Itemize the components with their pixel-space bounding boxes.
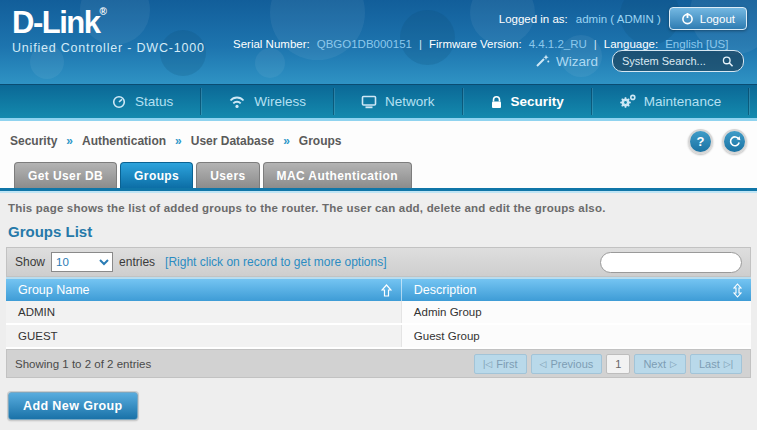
serial-value: QBGO1DB000151 [317,38,412,50]
separator: | [419,38,422,50]
device-info-row: Serial Number: QBGO1DB000151 | Firmware … [233,38,728,50]
nav-item-maintenance[interactable]: Maintenance [592,85,748,118]
tab-users[interactable]: Users [196,162,259,188]
nav-item-network[interactable]: Network [334,85,462,118]
firmware-label: Firmware Version: [429,38,522,50]
breadcrumb-separator: » [66,134,73,148]
nav-label: Security [511,94,564,109]
tab-bar: Get User DB Groups Users MAC Authenticat… [0,161,757,188]
serial-label: Serial Number: [233,38,310,50]
tab-get-user-db[interactable]: Get User DB [14,162,117,188]
system-search-input[interactable] [622,55,722,67]
previous-label: Previous [550,358,593,370]
table-search-input[interactable] [609,256,751,268]
previous-page-button[interactable]: ◁ Previous [531,354,603,374]
dlink-logo: D-Link® Unified Controller - DWC-1000 [12,7,205,55]
pagination: |◁ First ◁ Previous 1 Next ▷ [474,354,742,374]
breadcrumb-groups[interactable]: Groups [299,134,342,148]
description-cell[interactable]: Guest Group [401,325,751,347]
wizard-label: Wizard [556,54,598,69]
group-name-cell[interactable]: ADMIN [6,301,401,323]
product-name: Unified Controller - DWC-1000 [12,41,205,55]
monitor-icon [361,95,377,109]
refresh-button[interactable] [722,129,747,154]
separator: | [594,38,597,50]
column-header-description[interactable]: Description [401,279,751,301]
wifi-icon [228,95,246,109]
table-footer: Showing 1 to 2 of 2 entries |◁ First ◁ P… [6,349,751,378]
page-description: This page shows the list of added groups… [0,193,757,214]
right-click-hint: [Right click on record to get more optio… [165,255,386,269]
show-label: Show [15,255,45,269]
next-label: Next [643,358,666,370]
wand-icon [534,53,550,69]
breadcrumb-separator: » [175,134,182,148]
next-page-button[interactable]: Next ▷ [634,354,686,374]
gauge-icon [111,95,127,109]
previous-page-icon: ◁ [540,359,547,369]
description-cell[interactable]: Admin Group [401,301,751,323]
breadcrumb: Security » Authentication » User Databas… [10,134,341,148]
tab-mac-authentication[interactable]: MAC Authentication [263,162,412,188]
last-page-icon: ▷| [724,359,733,369]
column-label: Group Name [18,283,90,297]
last-page-button[interactable]: Last ▷| [690,354,742,374]
bubble-decoration [270,0,365,60]
nav-label: Status [135,94,173,109]
logout-label: Logout [700,13,735,25]
tab-groups[interactable]: Groups [120,162,193,188]
nav-label: Wireless [254,94,306,109]
table-row[interactable]: ADMIN Admin Group [6,301,751,325]
column-header-group-name[interactable]: Group Name [6,279,401,301]
bubble-decoration [255,48,285,78]
page-actions: ? [688,129,747,154]
gears-icon [619,94,636,109]
first-page-button[interactable]: |◁ First [474,354,527,374]
login-status-row: Logged in as: admin ( ADMIN ) Logout [499,7,747,30]
breadcrumb-security[interactable]: Security [10,134,57,148]
breadcrumb-row: Security » Authentication » User Databas… [0,121,757,161]
lock-icon [490,95,503,109]
firmware-value: 4.4.1.2_RU [529,38,587,50]
sort-ascending-icon[interactable] [381,284,392,297]
language-label: Language: [604,38,658,50]
logo-text: D-Link [12,5,99,40]
breadcrumb-separator: » [283,134,290,148]
logout-button[interactable]: Logout [669,7,747,30]
logged-in-label: Logged in as: [499,13,568,25]
system-search-box[interactable] [612,50,744,72]
first-page-icon: |◁ [483,359,492,369]
header-tools-row: Wizard [534,50,744,72]
logo-wordmark: D-Link® [12,7,205,38]
sort-both-icon[interactable] [733,283,742,298]
nav-item-security[interactable]: Security [463,85,591,118]
language-value[interactable]: English [US] [665,38,728,50]
refresh-icon [728,135,741,148]
next-page-icon: ▷ [670,359,677,369]
nav-item-wireless[interactable]: Wireless [201,85,333,118]
first-label: First [496,358,517,370]
table-row[interactable]: GUEST Guest Group [6,325,751,349]
entries-label: entries [119,255,155,269]
main-nav: Status Wireless Network Security [0,84,757,118]
breadcrumb-authentication[interactable]: Authentication [82,134,166,148]
nav-item-status[interactable]: Status [84,85,200,118]
breadcrumb-user-database[interactable]: User Database [191,134,274,148]
add-new-group-button[interactable]: Add New Group [8,392,138,420]
current-page-number: 1 [615,358,621,370]
table-search-box[interactable] [600,252,742,273]
wizard-button[interactable]: Wizard [534,53,598,69]
table-controls-bar: Show 10 entries [Right click on record t… [6,247,751,277]
showing-entries-text: Showing 1 to 2 of 2 entries [15,358,151,370]
group-name-cell[interactable]: GUEST [6,325,401,347]
app-header: D-Link® Unified Controller - DWC-1000 Lo… [0,0,757,84]
nav-label: Maintenance [644,94,721,109]
current-page-button[interactable]: 1 [606,354,630,374]
groups-table: Show 10 entries [Right click on record t… [6,247,751,378]
logged-in-user: admin ( ADMIN ) [576,13,661,25]
table-header-row: Group Name Description [6,279,751,301]
help-button[interactable]: ? [688,129,713,154]
nav-label: Network [385,94,435,109]
search-icon[interactable] [722,55,734,68]
entries-per-page-select[interactable]: 10 [51,252,113,272]
